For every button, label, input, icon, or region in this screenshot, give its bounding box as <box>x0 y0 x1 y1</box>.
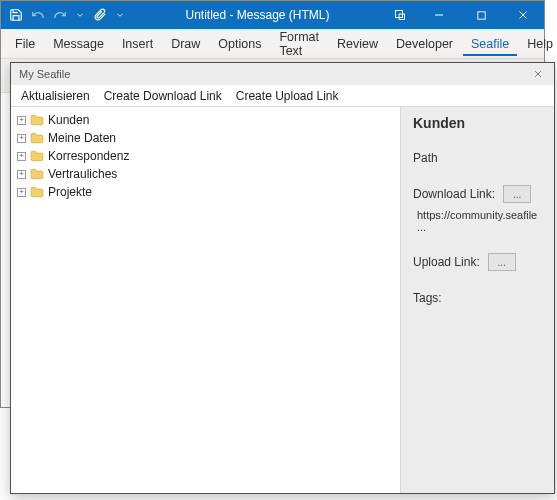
expand-icon[interactable]: + <box>17 170 26 179</box>
seafile-menubar: Aktualisieren Create Download Link Creat… <box>11 85 554 107</box>
menubar-options[interactable]: Options <box>210 32 269 56</box>
tags-field: Tags: <box>413 291 542 305</box>
close-icon[interactable] <box>530 66 546 82</box>
quick-access-toolbar <box>1 8 133 22</box>
folder-icon <box>30 132 44 144</box>
folder-tree: + Kunden + Meine Daten + Korrespondenz <box>11 107 401 493</box>
seafile-menu-create-download[interactable]: Create Download Link <box>104 89 222 103</box>
minimize-button[interactable] <box>418 1 460 29</box>
tree-item-label: Projekte <box>48 184 92 200</box>
outlook-menubar: File Message Insert Draw Options Format … <box>1 29 544 59</box>
menubar-insert[interactable]: Insert <box>114 32 161 56</box>
tree-item-korrespondenz[interactable]: + Korrespondenz <box>13 147 398 165</box>
download-link-url: https://community.seafile ... <box>413 209 542 233</box>
folder-icon <box>30 150 44 162</box>
folder-icon <box>30 168 44 180</box>
folder-icon <box>30 114 44 126</box>
tree-item-label: Meine Daten <box>48 130 116 146</box>
expand-icon[interactable]: + <box>17 152 26 161</box>
menubar-draw[interactable]: Draw <box>163 32 208 56</box>
menubar-help[interactable]: Help <box>519 32 557 56</box>
seafile-titlebar: My Seafile <box>11 63 554 85</box>
popout-button[interactable] <box>382 1 418 29</box>
menubar-file[interactable]: File <box>7 32 43 56</box>
seafile-menu-refresh[interactable]: Aktualisieren <box>21 89 90 103</box>
seafile-body: + Kunden + Meine Daten + Korrespondenz <box>11 107 554 493</box>
chevron-down-icon[interactable] <box>75 10 85 20</box>
undo-icon[interactable] <box>31 8 45 22</box>
tree-item-label: Vertrauliches <box>48 166 117 182</box>
download-link-browse-button[interactable]: ... <box>503 185 531 203</box>
svg-rect-2 <box>477 11 484 18</box>
menubar-review[interactable]: Review <box>329 32 386 56</box>
path-field: Path <box>413 151 542 165</box>
detail-heading: Kunden <box>413 115 542 131</box>
window-title: Untitled - Message (HTML) <box>133 8 382 22</box>
download-link-label: Download Link: <box>413 187 495 201</box>
menubar-format-text[interactable]: Format Text <box>271 25 327 63</box>
close-button[interactable] <box>502 1 544 29</box>
expand-icon[interactable]: + <box>17 188 26 197</box>
tags-label: Tags: <box>413 291 542 305</box>
chevron-down-icon[interactable] <box>115 10 125 20</box>
tree-item-meine-daten[interactable]: + Meine Daten <box>13 129 398 147</box>
tree-item-label: Korrespondenz <box>48 148 129 164</box>
upload-link-field: Upload Link: ... <box>413 253 542 271</box>
upload-link-label: Upload Link: <box>413 255 480 269</box>
download-link-field: Download Link: ... https://community.sea… <box>413 185 542 233</box>
upload-link-browse-button[interactable]: ... <box>488 253 516 271</box>
tree-item-projekte[interactable]: + Projekte <box>13 183 398 201</box>
expand-icon[interactable]: + <box>17 116 26 125</box>
tree-item-label: Kunden <box>48 112 89 128</box>
maximize-button[interactable] <box>460 1 502 29</box>
menubar-seafile[interactable]: Seafile <box>463 32 517 56</box>
path-label: Path <box>413 151 542 165</box>
tree-item-kunden[interactable]: + Kunden <box>13 111 398 129</box>
folder-icon <box>30 186 44 198</box>
attach-icon[interactable] <box>93 8 107 22</box>
seafile-window: My Seafile Aktualisieren Create Download… <box>10 62 555 494</box>
redo-icon[interactable] <box>53 8 67 22</box>
seafile-window-title: My Seafile <box>19 68 530 80</box>
detail-panel: Kunden Path Download Link: ... https://c… <box>401 107 554 493</box>
menubar-message[interactable]: Message <box>45 32 112 56</box>
tree-item-vertrauliches[interactable]: + Vertrauliches <box>13 165 398 183</box>
seafile-menu-create-upload[interactable]: Create Upload Link <box>236 89 339 103</box>
window-controls <box>382 1 544 29</box>
save-icon[interactable] <box>9 8 23 22</box>
menubar-developer[interactable]: Developer <box>388 32 461 56</box>
expand-icon[interactable]: + <box>17 134 26 143</box>
